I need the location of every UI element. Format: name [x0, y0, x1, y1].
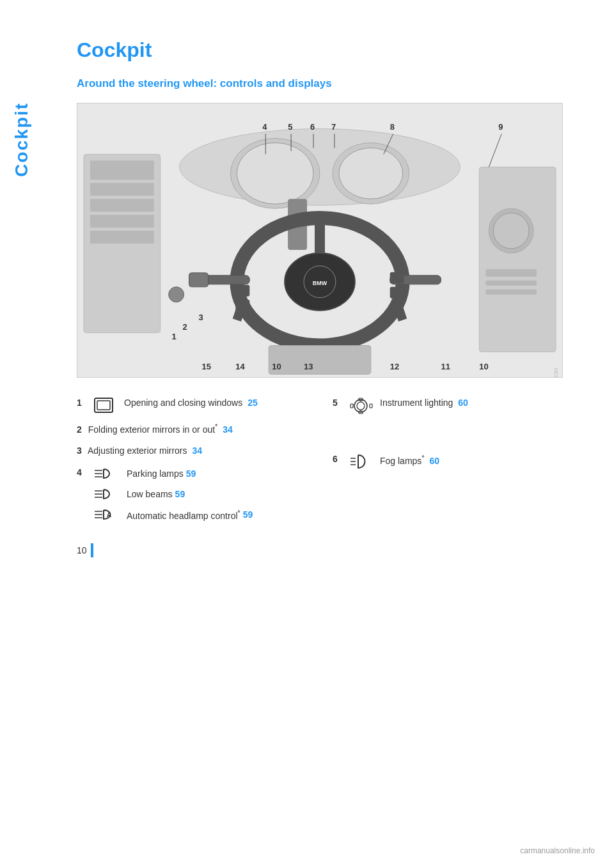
- item-6-number: 6: [333, 453, 345, 466]
- svg-text:13: 13: [304, 362, 313, 371]
- svg-point-74: [357, 402, 365, 410]
- item-1-page: 25: [248, 398, 258, 408]
- svg-text:BMW: BMW: [313, 280, 327, 286]
- item-3: 3 Adjusting exterior mirrors 34: [77, 445, 307, 458]
- svg-text:11: 11: [441, 362, 450, 371]
- item-4-parking: Parking lamps 59: [93, 467, 307, 481]
- svg-text:12: 12: [390, 362, 399, 371]
- svg-point-27: [493, 213, 529, 249]
- item-4-number: 4: [77, 467, 90, 479]
- svg-text:1: 1: [172, 332, 177, 341]
- svg-text:3: 3: [199, 313, 203, 322]
- svg-point-7: [180, 128, 460, 205]
- svg-rect-5: [90, 215, 154, 228]
- svg-rect-78: [370, 404, 372, 408]
- svg-rect-33: [390, 272, 404, 284]
- item-4-lowbeams: Low beams 59: [93, 487, 307, 501]
- svg-text:5: 5: [288, 122, 292, 132]
- parking-lamps-text: Parking lamps: [127, 469, 184, 479]
- cockpit-svg: BMW: [77, 103, 562, 378]
- item-2-text: Folding exterior mirrors in or out*: [88, 424, 218, 435]
- svg-rect-34: [390, 287, 404, 298]
- item-4-autoheadlamp: A Automatic headlamp control* 59: [93, 508, 307, 522]
- fog-lamps-icon: [349, 453, 375, 470]
- svg-point-9: [237, 143, 313, 204]
- svg-rect-25: [479, 167, 556, 352]
- low-beams-page: 59: [175, 489, 185, 499]
- section-subtitle: Around the steering wheel: controls and …: [77, 77, 576, 90]
- item-6-asterisk: *: [421, 454, 424, 461]
- svg-text:10: 10: [272, 362, 281, 371]
- svg-point-11: [339, 148, 403, 199]
- right-column: 5: [326, 397, 576, 531]
- svg-rect-2: [90, 160, 154, 180]
- page-number-area: 10: [77, 543, 576, 557]
- item-4: 4: [77, 467, 307, 528]
- instrument-lighting-icon: [349, 397, 375, 415]
- page-bar: [91, 543, 93, 557]
- svg-rect-4: [90, 199, 154, 212]
- low-beams-text: Low beams: [127, 489, 173, 499]
- svg-rect-32: [235, 300, 249, 311]
- svg-text:6: 6: [310, 122, 315, 132]
- fog-lamps-svg: [349, 453, 375, 470]
- item-6: 6 Fog lamps* 60: [333, 453, 576, 470]
- page-title: Cockpit: [77, 38, 576, 62]
- item-1: 1 Opening and closing windows 25: [77, 397, 307, 414]
- auto-headlamp-svg: A: [93, 508, 122, 522]
- svg-rect-77: [350, 404, 353, 408]
- svg-rect-3: [90, 183, 154, 196]
- auto-headlamp-icon: A: [93, 508, 122, 522]
- svg-text:14: 14: [235, 362, 245, 371]
- parking-lamps-icon: [93, 467, 122, 481]
- svg-text:4: 4: [262, 122, 267, 132]
- svg-text:9: 9: [498, 122, 503, 132]
- svg-rect-31: [235, 285, 249, 297]
- svg-rect-21: [189, 273, 209, 287]
- item-2: 2 Folding exterior mirrors in or out* 34: [77, 422, 307, 436]
- svg-rect-6: [90, 231, 154, 244]
- svg-point-23: [169, 287, 184, 302]
- svg-text:10: 10: [479, 362, 488, 371]
- item-1-text: Opening and closing windows 25: [124, 397, 307, 410]
- svg-rect-29: [485, 281, 537, 286]
- parking-lamps-svg: [93, 467, 122, 481]
- svg-text:15: 15: [201, 362, 210, 371]
- svg-rect-24: [269, 346, 371, 375]
- svg-text:7: 7: [331, 122, 336, 132]
- instrument-lighting-svg: [349, 397, 375, 415]
- svg-text:A: A: [107, 511, 111, 518]
- item-5-page: 60: [458, 398, 468, 408]
- left-column: 1 Opening and closing windows 25 2 Foldi…: [77, 397, 326, 531]
- item-2-number: 2: [77, 424, 82, 435]
- cockpit-diagram: BMW: [77, 103, 563, 378]
- svg-rect-30: [485, 290, 537, 295]
- svg-line-19: [397, 301, 403, 320]
- page-number-text: 10: [77, 545, 87, 555]
- sidebar-chapter-label: Cockpit: [12, 102, 32, 177]
- svg-rect-59: [97, 401, 110, 410]
- low-beams-svg: [93, 487, 122, 501]
- item-3-text: Adjusting exterior mirrors: [88, 446, 187, 456]
- item-1-icon: [93, 397, 119, 414]
- site-logo: carmanualsonline.info: [520, 846, 595, 855]
- item-5: 5: [333, 397, 576, 415]
- items-grid: 1 Opening and closing windows 25 2 Foldi…: [77, 397, 576, 531]
- parking-lamps-page: 59: [186, 469, 196, 479]
- item-3-page: 34: [192, 446, 202, 456]
- auto-headlamp-text: Automatic headlamp control*: [127, 509, 240, 521]
- low-beams-icon: [93, 487, 122, 501]
- item-1-number: 1: [77, 397, 90, 410]
- svg-rect-28: [485, 269, 537, 277]
- window-icon: [93, 397, 114, 414]
- svg-text:2: 2: [183, 322, 187, 332]
- item-3-number: 3: [77, 446, 82, 456]
- svg-text:8: 8: [390, 122, 395, 132]
- item-2-page: 34: [223, 424, 233, 435]
- svg-text:UC26900en: UC26900en: [553, 368, 559, 378]
- auto-headlamp-page: 59: [243, 509, 253, 520]
- item-6-text: Fog lamps* 60: [380, 453, 576, 467]
- item-6-page: 60: [430, 456, 440, 466]
- item-5-text: Instrument lighting 60: [380, 397, 576, 410]
- item-5-number: 5: [333, 397, 345, 410]
